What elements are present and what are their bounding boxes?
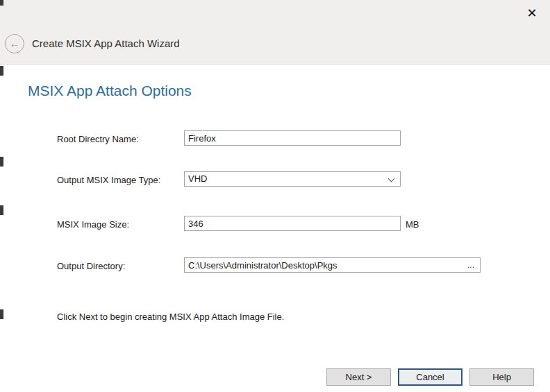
image-size-unit-label: MB [406,219,419,230]
left-edge-artifact [0,309,3,319]
close-button[interactable]: ✕ [522,3,542,23]
image-size-label: MSIX Image Size: [57,219,129,230]
root-directory-label: Root Directry Name: [57,134,139,144]
left-edge-artifact [0,66,3,76]
left-edge-artifact [0,0,3,6]
output-directory-input[interactable] [185,258,462,272]
chevron-down-icon [388,176,395,182]
left-edge-artifact [0,205,3,215]
left-edge-artifact [0,157,3,167]
browse-button[interactable]: ... [462,259,479,271]
back-button[interactable]: ← [5,34,24,53]
output-directory-field: ... [184,257,481,273]
wizard-header: ← Create MSIX App Attach Wizard [0,0,550,65]
wizard-window: ← Create MSIX App Attach Wizard ✕ MSIX A… [0,0,550,392]
image-type-dropdown[interactable]: VHD [184,171,401,187]
output-directory-label: Output Directory: [57,261,125,271]
back-arrow-icon: ← [10,37,20,49]
close-icon: ✕ [526,6,537,20]
help-button[interactable]: Help [469,368,534,386]
instruction-text: Click Next to begin creating MSIX App At… [57,312,284,322]
root-directory-input[interactable] [184,130,401,146]
next-button[interactable]: Next > [326,368,391,386]
ellipsis-icon: ... [467,260,474,270]
window-title: Create MSIX App Attach Wizard [32,37,180,49]
image-type-label: Output MSIX Image Type: [57,175,160,185]
page-title: MSIX App Attach Options [28,83,192,99]
cancel-button[interactable]: Cancel [398,368,462,386]
image-size-input[interactable] [184,216,401,231]
image-type-selected-value: VHD [188,173,207,184]
